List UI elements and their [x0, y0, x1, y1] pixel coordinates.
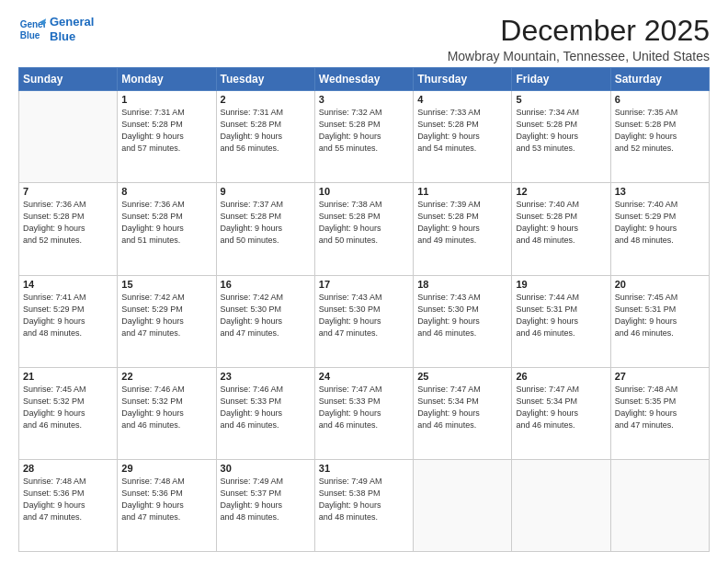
- calendar-cell: 18Sunrise: 7:43 AM Sunset: 5:30 PM Dayli…: [414, 275, 512, 367]
- svg-text:Blue: Blue: [20, 30, 40, 40]
- day-info: Sunrise: 7:45 AM Sunset: 5:31 PM Dayligh…: [615, 292, 705, 339]
- calendar-week-row: 14Sunrise: 7:41 AM Sunset: 5:29 PM Dayli…: [19, 275, 710, 367]
- header: General Blue General Blue December 2025 …: [18, 15, 710, 63]
- calendar-table: SundayMondayTuesdayWednesdayThursdayFrid…: [18, 67, 710, 552]
- day-info: Sunrise: 7:49 AM Sunset: 5:37 PM Dayligh…: [221, 476, 311, 523]
- calendar-cell: 28Sunrise: 7:48 AM Sunset: 5:36 PM Dayli…: [19, 459, 118, 551]
- day-info: Sunrise: 7:36 AM Sunset: 5:28 PM Dayligh…: [121, 199, 211, 247]
- logo-line2: Blue: [50, 29, 94, 44]
- calendar-cell: 9Sunrise: 7:37 AM Sunset: 5:28 PM Daylig…: [216, 183, 314, 275]
- day-number: 9: [221, 186, 311, 197]
- day-number: 16: [221, 279, 311, 290]
- day-number: 24: [319, 371, 409, 382]
- day-number: 18: [417, 279, 507, 290]
- calendar-cell: 6Sunrise: 7:35 AM Sunset: 5:28 PM Daylig…: [610, 91, 709, 183]
- day-info: Sunrise: 7:48 AM Sunset: 5:36 PM Dayligh…: [121, 476, 211, 523]
- day-info: Sunrise: 7:40 AM Sunset: 5:28 PM Dayligh…: [516, 199, 606, 247]
- day-number: 12: [516, 186, 606, 197]
- calendar-cell: 30Sunrise: 7:49 AM Sunset: 5:37 PM Dayli…: [216, 459, 314, 551]
- calendar-cell: 17Sunrise: 7:43 AM Sunset: 5:30 PM Dayli…: [314, 275, 413, 367]
- calendar-cell: 14Sunrise: 7:41 AM Sunset: 5:29 PM Dayli…: [19, 275, 118, 367]
- logo: General Blue General Blue: [18, 15, 94, 43]
- calendar-cell: 21Sunrise: 7:45 AM Sunset: 5:32 PM Dayli…: [19, 367, 118, 459]
- day-number: 28: [23, 463, 113, 474]
- day-number: 21: [23, 371, 113, 382]
- calendar-cell: 22Sunrise: 7:46 AM Sunset: 5:32 PM Dayli…: [118, 367, 216, 459]
- day-number: 25: [417, 371, 507, 382]
- calendar-cell: 5Sunrise: 7:34 AM Sunset: 5:28 PM Daylig…: [512, 91, 610, 183]
- day-info: Sunrise: 7:43 AM Sunset: 5:30 PM Dayligh…: [417, 292, 507, 339]
- page: General Blue General Blue December 2025 …: [0, 0, 728, 563]
- day-info: Sunrise: 7:34 AM Sunset: 5:28 PM Dayligh…: [516, 107, 606, 155]
- calendar-cell: 3Sunrise: 7:32 AM Sunset: 5:28 PM Daylig…: [314, 91, 413, 183]
- calendar-cell: 7Sunrise: 7:36 AM Sunset: 5:28 PM Daylig…: [19, 183, 118, 275]
- day-number: 10: [319, 186, 409, 197]
- calendar-cell: 24Sunrise: 7:47 AM Sunset: 5:33 PM Dayli…: [314, 367, 413, 459]
- day-info: Sunrise: 7:35 AM Sunset: 5:28 PM Dayligh…: [615, 107, 705, 155]
- calendar-header-tuesday: Tuesday: [216, 68, 314, 91]
- day-info: Sunrise: 7:37 AM Sunset: 5:28 PM Dayligh…: [221, 199, 311, 247]
- day-info: Sunrise: 7:45 AM Sunset: 5:32 PM Dayligh…: [23, 384, 113, 431]
- day-info: Sunrise: 7:31 AM Sunset: 5:28 PM Dayligh…: [221, 107, 311, 155]
- calendar-cell: 12Sunrise: 7:40 AM Sunset: 5:28 PM Dayli…: [512, 183, 610, 275]
- calendar-week-row: 21Sunrise: 7:45 AM Sunset: 5:32 PM Dayli…: [19, 367, 710, 459]
- main-title: December 2025: [448, 15, 710, 47]
- day-number: 1: [121, 94, 211, 105]
- calendar-cell: 20Sunrise: 7:45 AM Sunset: 5:31 PM Dayli…: [610, 275, 709, 367]
- calendar-cell: 26Sunrise: 7:47 AM Sunset: 5:34 PM Dayli…: [512, 367, 610, 459]
- day-number: 7: [23, 186, 113, 197]
- day-number: 27: [615, 371, 705, 382]
- calendar-cell: 19Sunrise: 7:44 AM Sunset: 5:31 PM Dayli…: [512, 275, 610, 367]
- day-info: Sunrise: 7:48 AM Sunset: 5:35 PM Dayligh…: [615, 384, 705, 431]
- day-info: Sunrise: 7:42 AM Sunset: 5:29 PM Dayligh…: [121, 292, 211, 339]
- day-info: Sunrise: 7:47 AM Sunset: 5:34 PM Dayligh…: [516, 384, 606, 431]
- calendar-cell: 4Sunrise: 7:33 AM Sunset: 5:28 PM Daylig…: [414, 91, 512, 183]
- day-info: Sunrise: 7:49 AM Sunset: 5:38 PM Dayligh…: [319, 476, 409, 523]
- day-number: 4: [417, 94, 507, 105]
- day-number: 2: [221, 94, 311, 105]
- day-info: Sunrise: 7:47 AM Sunset: 5:33 PM Dayligh…: [319, 384, 409, 431]
- day-info: Sunrise: 7:40 AM Sunset: 5:29 PM Dayligh…: [615, 199, 705, 247]
- day-info: Sunrise: 7:32 AM Sunset: 5:28 PM Dayligh…: [319, 107, 409, 155]
- day-info: Sunrise: 7:41 AM Sunset: 5:29 PM Dayligh…: [23, 292, 113, 339]
- day-info: Sunrise: 7:38 AM Sunset: 5:28 PM Dayligh…: [319, 199, 409, 247]
- logo-icon: General Blue: [18, 16, 46, 43]
- subtitle: Mowbray Mountain, Tennessee, United Stat…: [448, 49, 710, 63]
- day-info: Sunrise: 7:48 AM Sunset: 5:36 PM Dayligh…: [23, 476, 113, 523]
- day-info: Sunrise: 7:36 AM Sunset: 5:28 PM Dayligh…: [23, 199, 113, 247]
- calendar-cell: [610, 459, 709, 551]
- calendar-cell: 2Sunrise: 7:31 AM Sunset: 5:28 PM Daylig…: [216, 91, 314, 183]
- calendar-cell: 25Sunrise: 7:47 AM Sunset: 5:34 PM Dayli…: [414, 367, 512, 459]
- day-info: Sunrise: 7:46 AM Sunset: 5:32 PM Dayligh…: [121, 384, 211, 431]
- day-info: Sunrise: 7:33 AM Sunset: 5:28 PM Dayligh…: [417, 107, 507, 155]
- day-number: 6: [615, 94, 705, 105]
- day-info: Sunrise: 7:31 AM Sunset: 5:28 PM Dayligh…: [121, 107, 211, 155]
- day-number: 26: [516, 371, 606, 382]
- day-number: 20: [615, 279, 705, 290]
- logo-line1: General: [50, 15, 94, 29]
- calendar-header-row: SundayMondayTuesdayWednesdayThursdayFrid…: [19, 68, 710, 91]
- day-info: Sunrise: 7:42 AM Sunset: 5:30 PM Dayligh…: [221, 292, 311, 339]
- day-number: 5: [516, 94, 606, 105]
- calendar-header-saturday: Saturday: [610, 68, 709, 91]
- calendar-cell: [414, 459, 512, 551]
- day-number: 31: [319, 463, 409, 474]
- day-number: 14: [23, 279, 113, 290]
- day-number: 17: [319, 279, 409, 290]
- day-number: 19: [516, 279, 606, 290]
- calendar-cell: 8Sunrise: 7:36 AM Sunset: 5:28 PM Daylig…: [118, 183, 216, 275]
- day-number: 30: [221, 463, 311, 474]
- calendar-cell: 27Sunrise: 7:48 AM Sunset: 5:35 PM Dayli…: [610, 367, 709, 459]
- calendar-cell: 1Sunrise: 7:31 AM Sunset: 5:28 PM Daylig…: [118, 91, 216, 183]
- calendar-header-thursday: Thursday: [414, 68, 512, 91]
- title-block: December 2025 Mowbray Mountain, Tennesse…: [448, 15, 710, 63]
- day-number: 23: [221, 371, 311, 382]
- calendar-cell: 23Sunrise: 7:46 AM Sunset: 5:33 PM Dayli…: [216, 367, 314, 459]
- calendar-cell: 11Sunrise: 7:39 AM Sunset: 5:28 PM Dayli…: [414, 183, 512, 275]
- calendar-header-friday: Friday: [512, 68, 610, 91]
- day-number: 8: [121, 186, 211, 197]
- day-info: Sunrise: 7:46 AM Sunset: 5:33 PM Dayligh…: [221, 384, 311, 431]
- day-info: Sunrise: 7:47 AM Sunset: 5:34 PM Dayligh…: [417, 384, 507, 431]
- calendar-header-sunday: Sunday: [19, 68, 118, 91]
- calendar-cell: 10Sunrise: 7:38 AM Sunset: 5:28 PM Dayli…: [314, 183, 413, 275]
